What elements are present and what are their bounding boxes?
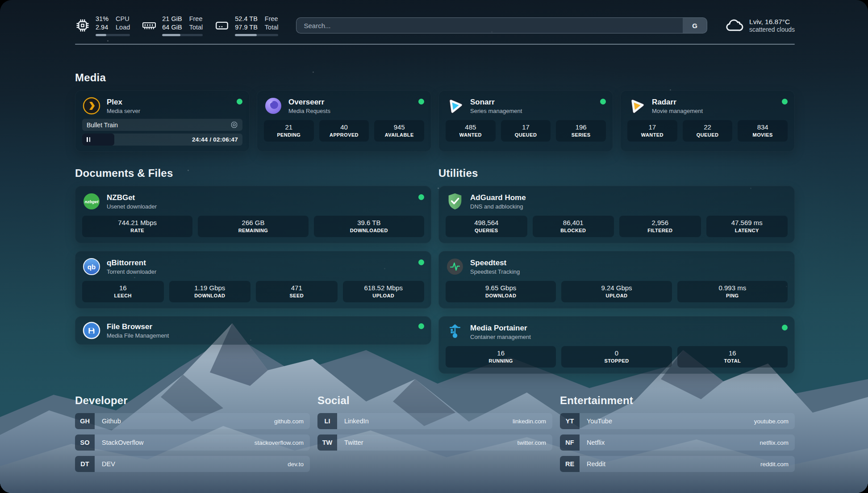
cpu-usage: 31%	[96, 15, 108, 23]
memory-label-2: Total	[189, 23, 203, 32]
plex-icon	[82, 96, 101, 115]
app-name: AdGuard Home	[470, 193, 788, 202]
card-qbittorrent[interactable]: qb qBittorrent Torrent downloader 16LEEC…	[75, 251, 431, 309]
bookmark-url: netflix.com	[760, 435, 795, 451]
app-name: NZBGet	[107, 193, 413, 202]
stat-rate: 744.21 MbpsRATE	[82, 216, 192, 237]
filebrowser-icon	[82, 321, 101, 340]
sonarr-icon	[446, 96, 464, 115]
disk-label-1: Free	[265, 15, 279, 23]
playback-progress-bar[interactable]: 24:44 / 02:06:47	[82, 134, 242, 146]
stat-downloaded: 39.6 TBDOWNLOADED	[314, 216, 424, 237]
card-portainer[interactable]: Media Portainer Container management 16R…	[438, 316, 795, 374]
section-title-utilities: Utilities	[438, 167, 795, 180]
app-subtitle: DNS and adblocking	[470, 203, 788, 210]
bookmark-abbr: DT	[75, 456, 95, 472]
app-name: Plex	[107, 97, 231, 107]
bookmark-url: linkedin.com	[513, 413, 552, 429]
bookmark-name: Reddit	[580, 456, 760, 472]
app-name: Sonarr	[470, 97, 594, 107]
stat-filtered: 2,956FILTERED	[619, 216, 701, 237]
bookmark-abbr: TW	[317, 435, 337, 451]
bookmark-stackoverflow[interactable]: SO StackOverflow stackoverflow.com	[75, 435, 310, 451]
stat-movies: 834MOVIES	[738, 120, 788, 142]
stat-remaining: 266 GBREMAINING	[198, 216, 308, 237]
search-engine-button[interactable]: G	[683, 18, 707, 33]
stat-leech: 16LEECH	[82, 281, 164, 302]
app-subtitle: Container management	[470, 333, 776, 341]
card-speedtest[interactable]: Speedtest Speedtest Tracking 9.65 GbpsDO…	[438, 251, 795, 309]
disk-free: 52.4 TB	[235, 15, 258, 23]
section-title-entertainment: Entertainment	[560, 394, 795, 407]
header-divider	[75, 44, 795, 45]
radarr-icon	[627, 96, 646, 115]
bookmark-youtube[interactable]: YT YouTube youtube.com	[560, 413, 795, 429]
bookmark-abbr: SO	[75, 435, 95, 451]
stat-stopped: 0STOPPED	[561, 346, 672, 368]
status-dot	[237, 99, 242, 104]
portainer-icon	[446, 322, 464, 341]
stat-queued: 22QUEUED	[683, 120, 733, 142]
weather-location-temp: Lviv, 16.87°C	[749, 18, 795, 26]
status-dot	[782, 325, 788, 330]
bookmark-url: reddit.com	[760, 456, 795, 472]
bookmark-name: Netflix	[580, 435, 760, 451]
stat-queries: 498,564QUERIES	[446, 216, 527, 237]
bookmark-abbr: YT	[560, 413, 580, 429]
qbittorrent-icon: qb	[82, 257, 101, 276]
app-name: qBittorrent	[107, 258, 413, 267]
section-title-media: Media	[75, 71, 795, 84]
card-sonarr[interactable]: Sonarr Series management 485WANTED 17QUE…	[438, 90, 613, 152]
card-nzbget[interactable]: nzbget NZBGet Usenet downloader 744.21 M…	[75, 186, 431, 243]
memory-icon	[142, 18, 157, 33]
search-input[interactable]	[296, 18, 683, 33]
utilities-column: Utilities	[438, 167, 795, 374]
card-filebrowser[interactable]: File Browser Media File Management	[75, 316, 431, 345]
now-playing-row: Bullet Train	[82, 119, 242, 131]
memory-progress-bar	[162, 34, 203, 36]
status-dot	[418, 259, 424, 265]
dashboard-screen: 31%2.94 CPULoad 21 GiB64 GiB	[0, 0, 868, 493]
cloud-icon	[725, 16, 744, 35]
card-plex[interactable]: Plex Media server Bullet Train	[75, 90, 250, 152]
card-adguard[interactable]: AdGuard Home DNS and adblocking 498,564Q…	[438, 186, 795, 243]
status-dot	[782, 99, 788, 104]
cpu-label-1: CPU	[116, 15, 130, 23]
search-bar: G	[296, 17, 707, 33]
status-dot	[600, 99, 606, 104]
cpu-progress-bar	[96, 34, 130, 36]
bookmark-twitter[interactable]: TW Twitter twitter.com	[317, 435, 552, 451]
bookmark-group-developer: Developer GH Github github.com SO StackO…	[75, 394, 310, 477]
disk-icon	[214, 18, 230, 33]
top-bar: 31%2.94 CPULoad 21 GiB64 GiB	[75, 13, 795, 38]
overseerr-icon	[264, 96, 283, 115]
section-title-social: Social	[317, 394, 552, 407]
bookmark-netflix[interactable]: NF Netflix netflix.com	[560, 435, 795, 451]
app-name: Media Portainer	[470, 323, 776, 333]
bookmark-url: github.com	[274, 413, 310, 429]
stat-wanted: 17WANTED	[627, 120, 677, 142]
bookmark-reddit[interactable]: RE Reddit reddit.com	[560, 456, 795, 472]
stat-available: 945AVAILABLE	[374, 120, 424, 142]
app-name: Speedtest	[470, 258, 788, 267]
cpu-icon	[75, 18, 90, 33]
bookmark-linkedin[interactable]: LI LinkedIn linkedin.com	[317, 413, 552, 429]
bookmark-dev[interactable]: DT DEV dev.to	[75, 456, 310, 472]
pause-icon	[87, 137, 90, 142]
stat-latency: 47.569 msLATENCY	[706, 216, 788, 237]
stat-wanted: 485WANTED	[446, 120, 496, 142]
bookmark-github[interactable]: GH Github github.com	[75, 413, 310, 429]
media-type-icon	[230, 121, 238, 129]
stat-total: 16TOTAL	[677, 346, 788, 368]
status-dot	[418, 99, 424, 104]
stat-queued: 17QUEUED	[501, 120, 551, 142]
card-radarr[interactable]: Radarr Movie management 17WANTED 22QUEUE…	[620, 90, 795, 152]
app-subtitle: Media server	[107, 107, 231, 115]
disk-stat: 52.4 TB97.9 TB FreeTotal	[214, 15, 278, 36]
section-title-documents: Documents & Files	[75, 167, 431, 180]
card-overseerr[interactable]: Overseerr Media Requests 21PENDING 40APP…	[257, 90, 431, 152]
bookmark-name: StackOverflow	[95, 435, 255, 451]
app-subtitle: Torrent downloader	[107, 268, 413, 276]
app-subtitle: Media Requests	[288, 107, 413, 115]
bookmarks-grid: Developer GH Github github.com SO StackO…	[75, 394, 795, 477]
